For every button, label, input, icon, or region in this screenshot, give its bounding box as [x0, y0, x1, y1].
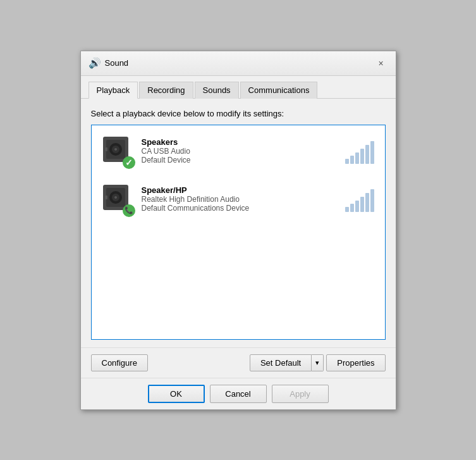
device-item-speakers[interactable]: ✓ Speakers CA USB Audio Default Device	[94, 128, 382, 175]
right-buttons: Set Default ▾ Properties	[250, 354, 386, 371]
tab-sounds[interactable]: Sounds	[195, 82, 239, 99]
properties-button[interactable]: Properties	[326, 354, 385, 371]
set-default-wrapper: Set Default ▾	[250, 354, 324, 371]
set-default-dropdown[interactable]: ▾	[312, 354, 324, 371]
device-list: ✓ Speakers CA USB Audio Default Device	[91, 125, 386, 340]
speakers-name: Speakers	[142, 137, 339, 147]
tab-communications[interactable]: Communications	[240, 82, 318, 99]
instruction-text: Select a playback device below to modify…	[91, 109, 386, 118]
cancel-button[interactable]: Cancel	[210, 385, 267, 403]
svg-point-10	[114, 196, 117, 199]
tab-recording[interactable]: Recording	[139, 82, 193, 99]
speakers-icon-wrapper: ✓	[100, 134, 135, 169]
device-item-speaker-hp[interactable]: 📞 Speaker/HP Realtek High Definition Aud…	[94, 176, 382, 223]
apply-button[interactable]: Apply	[272, 385, 329, 403]
svg-rect-11	[105, 196, 107, 199]
ok-button[interactable]: OK	[148, 385, 205, 403]
speakers-info: Speakers CA USB Audio Default Device	[142, 137, 339, 165]
close-button[interactable]: ×	[374, 56, 388, 70]
speaker-hp-volume-bars	[345, 187, 374, 212]
title-bar: 🔊 Sound ×	[81, 51, 396, 76]
speakers-volume-bars	[345, 139, 374, 164]
sound-dialog: 🔊 Sound × Playback Recording Sounds Comm…	[80, 51, 396, 410]
speaker-hp-icon-wrapper: 📞	[100, 182, 135, 217]
footer: OK Cancel Apply	[81, 378, 396, 409]
svg-point-4	[114, 148, 117, 151]
sound-title-icon: 🔊	[88, 57, 101, 69]
bottom-buttons-row: Configure Set Default ▾ Properties	[81, 347, 396, 378]
speakers-status-badge: ✓	[123, 156, 135, 169]
speaker-hp-sub1: Realtek High Definition Audio	[142, 195, 339, 204]
speaker-hp-status-badge: 📞	[123, 204, 135, 217]
configure-button[interactable]: Configure	[91, 354, 148, 371]
speaker-hp-name: Speaker/HP	[142, 185, 339, 195]
tabs-bar: Playback Recording Sounds Communications	[81, 76, 396, 99]
speakers-sub1: CA USB Audio	[142, 147, 339, 156]
content-area: Select a playback device below to modify…	[81, 99, 396, 347]
tab-playback[interactable]: Playback	[88, 82, 138, 99]
speaker-hp-sub2: Default Communications Device	[142, 204, 339, 213]
speaker-hp-info: Speaker/HP Realtek High Definition Audio…	[142, 185, 339, 213]
set-default-button[interactable]: Set Default	[250, 354, 312, 371]
speakers-sub2: Default Device	[142, 156, 339, 165]
window-title: Sound	[105, 58, 129, 68]
svg-rect-5	[105, 147, 107, 151]
